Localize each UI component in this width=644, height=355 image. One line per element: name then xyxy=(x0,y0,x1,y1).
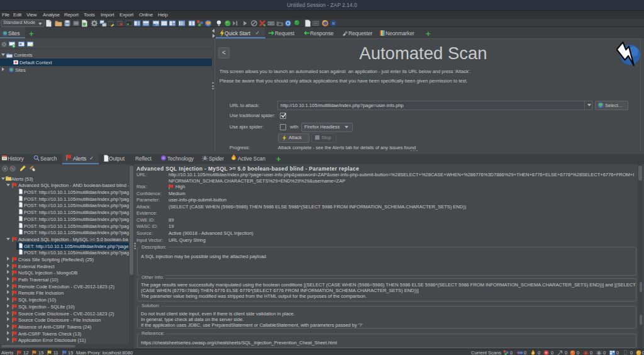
svg-text:u: u xyxy=(332,21,335,25)
